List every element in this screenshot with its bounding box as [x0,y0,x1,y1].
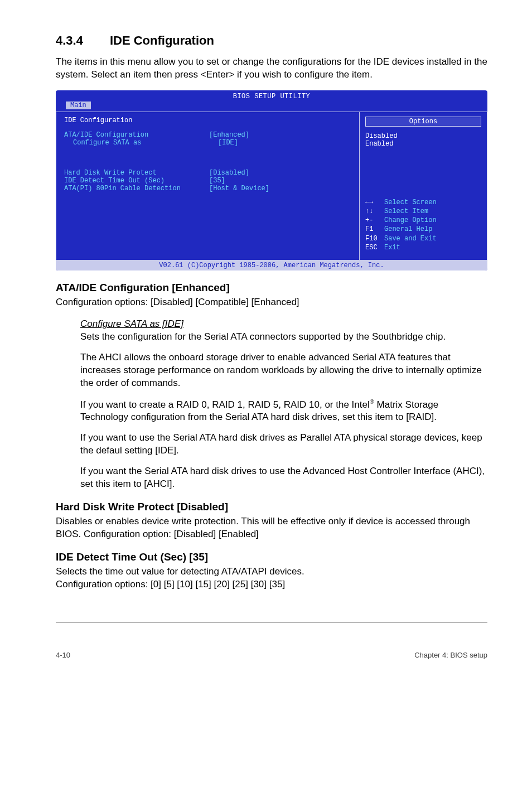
bios-right-pane: Options Disabled Enabled ←→Select Screen… [359,112,487,260]
bios-row-key: ATA(PI) 80Pin Cable Detection [64,185,209,192]
page-number: 4-10 [56,651,70,659]
bios-row-key: IDE Detect Time Out (Sec) [64,177,209,185]
nav-sym: ESC [365,243,384,252]
bios-row-key: Configure SATA as [64,139,218,147]
bios-left-pane: IDE Configuration ATA/IDE Configuration[… [56,112,359,260]
configure-sata-p1: Sets the configuration for the Serial AT… [80,331,446,342]
nav-label: Exit [384,244,400,252]
configure-sata-p2: The AHCI allows the onboard storage driv… [80,351,487,390]
bios-option: Disabled [365,132,481,140]
nav-label: General Help [384,225,432,233]
bios-tab-row: Main [56,100,487,112]
ide-detect-heading: IDE Detect Time Out (Sec) [35] [56,551,487,563]
bios-screenshot: BIOS SETUP UTILITY Main IDE Configuratio… [56,90,487,270]
section-heading: 4.3.4IDE Configuration [56,33,487,48]
page-footer: 4-10 Chapter 4: BIOS setup [0,623,532,673]
bios-nav-help: ←→Select Screen ↑↓Select Item +-Change O… [365,198,481,252]
chapter-label: Chapter 4: BIOS setup [414,651,487,659]
nav-label: Change Option [384,216,437,224]
ide-detect-l1: Selects the time out value for detecting… [56,566,304,577]
section-title: IDE Configuration [110,33,214,47]
nav-sym: F10 [365,234,384,243]
bios-row-val: [Host & Device] [209,185,269,192]
nav-sym: ←→ [365,198,384,207]
configure-sata-p4: If you want to use the Serial ATA hard d… [80,432,487,457]
bios-row-key: ATA/IDE Configuration [64,131,209,139]
ata-ide-options: Configuration options: [Disabled] [Compa… [56,296,487,309]
bios-option: Enabled [365,140,481,148]
bios-row-val: [Disabled] [209,169,249,177]
configure-sata-block: Configure SATA as [IDE] Sets the configu… [56,318,487,491]
registered-mark: ® [370,398,374,405]
bios-row-key: Hard Disk Write Protect [64,169,209,177]
ata-ide-heading: ATA/IDE Configuration [Enhanced] [56,282,487,294]
configure-sata-p3: If you want to create a RAID 0, RAID 1, … [80,398,487,424]
nav-label: Save and Exit [384,235,437,243]
p3a: If you want to create a RAID 0, RAID 1, … [80,399,370,409]
nav-label: Select Item [384,207,428,215]
bios-left-header: IDE Configuration [64,117,351,124]
nav-sym: +- [365,216,384,225]
configure-sata-p5: If you want the Serial ATA hard disk dri… [80,465,487,491]
bios-row-val: [35] [209,177,225,185]
ide-detect-l2: Configuration options: [0] [5] [10] [15]… [56,579,285,590]
bios-tab-main: Main [66,102,91,109]
bios-row-val: [IDE] [218,139,238,147]
bios-footer: V02.61 (C)Copyright 1985-2006, American … [56,260,487,270]
hdwp-heading: Hard Disk Write Protect [Disabled] [56,501,487,513]
ide-detect-body: Selects the time out value for detecting… [56,566,487,591]
nav-sym: ↑↓ [365,207,384,216]
section-number: 4.3.4 [56,33,83,47]
configure-sata-heading: Configure SATA as [IDE] [80,318,183,329]
bios-title: BIOS SETUP UTILITY [56,90,487,100]
bios-row-val: [Enhanced] [209,131,249,139]
intro-paragraph: The items in this menu allow you to set … [56,56,487,81]
nav-sym: F1 [365,225,384,234]
bios-options-box: Options [365,117,481,127]
nav-label: Select Screen [384,199,437,206]
hdwp-body: Disables or enables device write protect… [56,515,487,541]
